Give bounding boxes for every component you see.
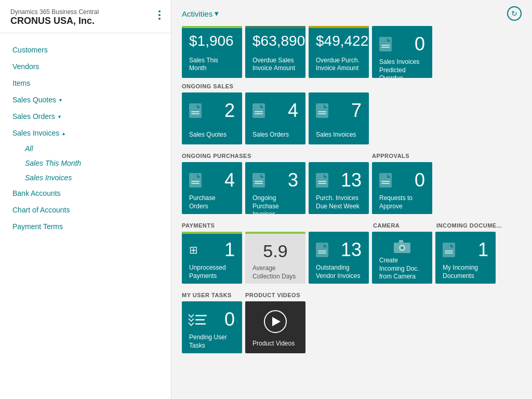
tile-sales-orders[interactable]: 4 Sales Orders: [245, 92, 305, 144]
sidebar-item-label: Sales Orders: [12, 112, 55, 121]
sidebar-item-label: Sales Invoices: [12, 129, 59, 137]
tile-purchase-orders[interactable]: 4 Purchase Orders: [182, 162, 242, 214]
section-ongoing-sales: ONGOING SALES: [182, 83, 522, 89]
sidebar-item-label: Bank Accounts: [12, 189, 61, 197]
tile-outstanding-vendor[interactable]: 13 Outstanding Vendor Invoices: [309, 232, 369, 284]
tiles-row-4: ⊞ 1 Unprocessed Payments 5.9 Average Col…: [182, 232, 522, 284]
sidebar-item-bank-accounts[interactable]: Bank Accounts: [0, 185, 171, 202]
tile-label: Outstanding Vendor Invoices: [316, 264, 362, 280]
tile-overdue-sales[interactable]: $63,890 Overdue Sales Invoice Amount: [245, 26, 305, 78]
tile-value: $63,890: [252, 33, 298, 49]
document-icon: [316, 243, 328, 257]
tile-number: 4: [224, 169, 235, 191]
tile-requests-to-approve[interactable]: 0 Requests to Approve: [372, 162, 432, 214]
tile-label: Sales This Month: [189, 57, 235, 73]
tile-sales-this-month[interactable]: $1,906 Sales This Month: [182, 26, 242, 78]
tile-value: 5.9: [252, 241, 298, 261]
tile-label: Average Collection Days: [252, 264, 298, 281]
main-content: Activities ▾ ↻ $1,906 Sales This Month $…: [171, 0, 532, 399]
tile-label: Requests to Approve: [379, 194, 425, 210]
sidebar-item-customers[interactable]: Customers: [0, 42, 171, 58]
document-icon: [252, 173, 265, 188]
sidebar-item-label: Payment Terms: [12, 222, 63, 231]
tile-number: 1: [478, 239, 488, 261]
camera-icon: [379, 239, 425, 254]
tile-pending-user-tasks[interactable]: 0 Pending User Tasks: [182, 301, 242, 353]
chevron-up-icon: ▴: [62, 130, 65, 136]
sidebar-item-vendors[interactable]: Vendors: [0, 58, 171, 75]
tile-number: 0: [415, 169, 425, 191]
section-camera: CAMERA: [373, 222, 433, 229]
sidebar-item-sales-quotes[interactable]: Sales Quotes ▾: [0, 91, 171, 108]
sidebar-item-sales-orders[interactable]: Sales Orders ▾: [0, 108, 171, 125]
document-icon: [189, 103, 202, 118]
tile-number: 3: [288, 169, 298, 191]
tile-product-videos[interactable]: Product Videos: [245, 301, 305, 353]
section-labels-row-2: ONGOING PURCHASES APPROVALS: [182, 148, 522, 162]
sidebar-subnav: All Sales This Month Sales Invoices: [0, 141, 171, 185]
document-icon: [316, 173, 328, 188]
tile-label: Sales Invoices: [316, 131, 362, 139]
tile-number: 2: [224, 100, 235, 122]
chevron-down-icon: ▾: [59, 97, 62, 103]
tile-sales-inv-predicted[interactable]: 0 Sales Invoices Predicted Overdue: [372, 26, 432, 78]
sidebar-nav: Customers Vendors Items Sales Quotes ▾ S…: [0, 33, 171, 399]
tile-label: Overdue Purch. Invoice Amount: [316, 57, 362, 73]
tile-label: Purch. Invoices Due Next Week: [316, 194, 362, 210]
tile-avg-collection-days[interactable]: 5.9 Average Collection Days: [245, 232, 305, 284]
sidebar-item-items[interactable]: Items: [0, 75, 171, 91]
document-icon: [443, 243, 455, 257]
sidebar-item-label: Sales Quotes: [12, 96, 56, 104]
section-payments: PAYMENTS: [182, 222, 307, 229]
tile-label: Ongoing Purchase Invoices: [252, 194, 298, 214]
sidebar-item-sales-invoices[interactable]: Sales Invoices ▴: [0, 125, 171, 141]
tile-purch-invoices-due[interactable]: 13 Purch. Invoices Due Next Week: [309, 162, 369, 214]
tile-number: 4: [288, 100, 298, 122]
sidebar-item-label: Items: [12, 79, 30, 87]
section-labels-row-3: PAYMENTS CAMERA INCOMING DOCUME...: [182, 217, 522, 232]
tile-value: $49,422: [316, 33, 362, 49]
tiles-row-2: 2 Sales Quotes 4 Sales Orders 7 Sales In…: [182, 92, 522, 144]
tile-number: 0: [224, 309, 235, 330]
svg-point-2: [401, 246, 404, 249]
section-product-videos: PRODUCT VIDEOS: [245, 292, 300, 298]
sidebar-item-chart-of-accounts[interactable]: Chart of Accounts: [0, 202, 171, 218]
tiles-row-1: $1,906 Sales This Month $63,890 Overdue …: [182, 26, 522, 78]
document-icon: [189, 173, 202, 188]
sidebar-item-payment-terms[interactable]: Payment Terms: [0, 218, 171, 235]
tile-value: $1,906: [189, 33, 235, 49]
tile-overdue-purch[interactable]: $49,422 Overdue Purch. Invoice Amount: [309, 26, 369, 78]
tile-label: Sales Orders: [252, 131, 298, 139]
app-name: Dynamics 365 Business Central: [10, 8, 99, 16]
activities-button[interactable]: Activities ▾: [182, 9, 219, 18]
tile-ongoing-purchase-invoices[interactable]: 3 Ongoing Purchase Invoices: [245, 162, 305, 214]
refresh-button[interactable]: ↻: [507, 6, 522, 21]
sidebar-item-label: Chart of Accounts: [12, 206, 70, 214]
tile-label: Sales Quotes: [189, 131, 235, 139]
sidebar-subitem-sales-invoices[interactable]: Sales Invoices: [25, 170, 171, 185]
sidebar-subitem-sales-this-month[interactable]: Sales This Month: [25, 156, 171, 170]
section-labels-row-4: MY USER TASKS PRODUCT VIDEOS: [182, 287, 522, 301]
more-options-icon[interactable]: [158, 8, 161, 20]
tile-label: Overdue Sales Invoice Amount: [252, 57, 298, 73]
document-icon: [379, 37, 392, 51]
company-name: CRONUS USA, Inc.: [10, 16, 99, 26]
pending-tasks-icon: [189, 314, 207, 325]
chevron-down-icon: ▾: [215, 9, 219, 18]
tile-number: 1: [224, 239, 235, 261]
tile-unprocessed-payments[interactable]: ⊞ 1 Unprocessed Payments: [182, 232, 242, 284]
document-icon: [252, 103, 265, 118]
tile-number: 0: [415, 33, 425, 55]
sidebar-header-text: Dynamics 365 Business Central CRONUS USA…: [10, 8, 99, 26]
tile-label: Pending User Tasks: [189, 334, 235, 350]
tile-my-incoming-documents[interactable]: 1 My Incoming Documents: [435, 232, 496, 284]
sidebar-subitem-all[interactable]: All: [25, 141, 171, 156]
tile-number: 7: [351, 100, 362, 122]
tile-label: Create Incoming Doc. from Camera: [379, 257, 425, 281]
sidebar-item-label: Vendors: [12, 62, 39, 71]
tile-sales-invoices[interactable]: 7 Sales Invoices: [309, 92, 369, 144]
tile-sales-quotes[interactable]: 2 Sales Quotes: [182, 92, 242, 144]
tile-create-incoming-doc[interactable]: Create Incoming Doc. from Camera: [372, 232, 432, 284]
section-approvals: APPROVALS: [372, 153, 409, 159]
tile-label: Unprocessed Payments: [189, 264, 235, 280]
